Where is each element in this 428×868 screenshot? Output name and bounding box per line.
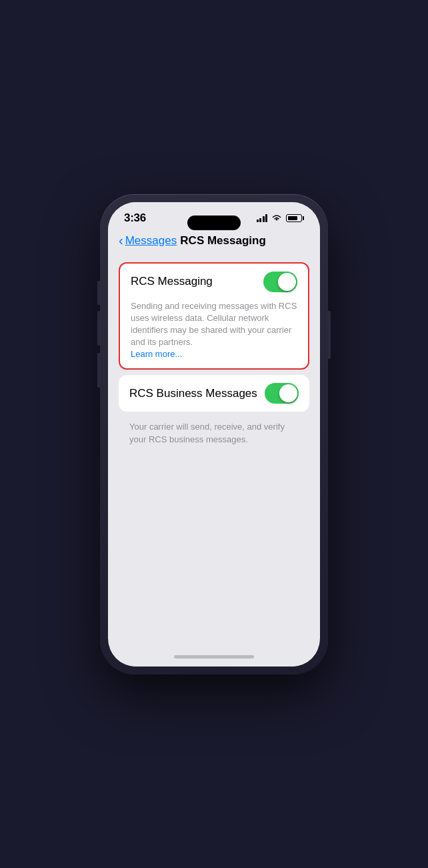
power-button[interactable]: [328, 311, 331, 359]
signal-icon: [257, 214, 268, 222]
learn-more-link[interactable]: Learn more...: [131, 349, 182, 359]
toggle-thumb: [278, 273, 296, 291]
rcs-business-row: RCS Business Messages: [119, 375, 309, 412]
home-bar: [174, 655, 254, 659]
rcs-messaging-label: RCS Messaging: [131, 275, 213, 288]
dynamic-island: [187, 215, 241, 230]
back-label[interactable]: Messages: [125, 234, 177, 248]
rcs-business-toggle[interactable]: [265, 383, 299, 404]
page-title: RCS Messaging: [177, 234, 269, 248]
battery-icon: [286, 214, 304, 222]
settings-content: RCS Messaging Sending and receiving mess…: [108, 254, 320, 650]
chevron-left-icon: ‹: [119, 234, 123, 247]
status-icons: [257, 214, 305, 222]
status-time: 3:36: [124, 211, 146, 225]
rcs-messaging-description: Sending and receiving messages with RCS …: [120, 300, 308, 369]
status-bar: 3:36: [108, 202, 320, 229]
rcs-messaging-description-text: Sending and receiving messages with RCS …: [131, 301, 297, 348]
home-indicator: [108, 650, 320, 667]
rcs-business-description: Your carrier will send, receive, and ver…: [119, 417, 309, 453]
volume-down-button[interactable]: [97, 353, 100, 388]
wifi-icon: [271, 214, 282, 222]
phone-frame: 3:36: [100, 194, 328, 675]
rcs-business-card: RCS Business Messages: [119, 375, 309, 412]
rcs-messaging-card: RCS Messaging Sending and receiving mess…: [119, 262, 309, 370]
rcs-business-description-text: Your carrier will send, receive, and ver…: [129, 422, 285, 444]
rcs-messaging-toggle[interactable]: [263, 272, 297, 292]
nav-bar: ‹ Messages RCS Messaging: [108, 229, 320, 254]
phone-screen: 3:36: [108, 202, 320, 667]
back-button[interactable]: ‹ Messages: [119, 234, 177, 248]
volume-up-button[interactable]: [97, 311, 100, 346]
rcs-business-label: RCS Business Messages: [129, 387, 257, 400]
rcs-messaging-row: RCS Messaging: [120, 264, 308, 300]
toggle-thumb-business: [279, 384, 297, 402]
